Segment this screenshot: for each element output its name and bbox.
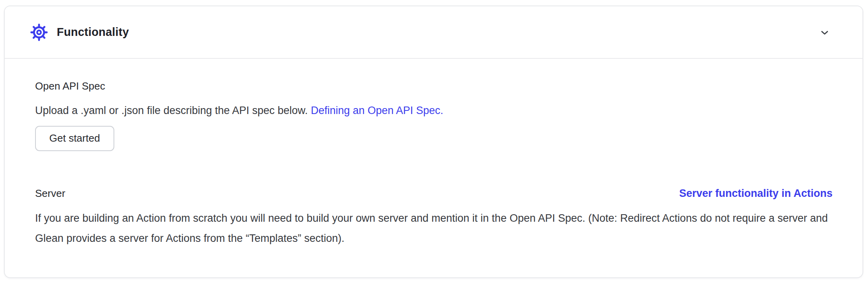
open-api-spec-heading: Open API Spec <box>35 79 833 93</box>
server-section-header: Server Server functionality in Actions <box>35 187 833 200</box>
get-started-button[interactable]: Get started <box>35 126 114 151</box>
server-description: If you are building an Action from scrat… <box>35 208 833 249</box>
functionality-panel-body: Open API Spec Upload a .yaml or .json fi… <box>5 59 862 249</box>
open-api-spec-description-text: Upload a .yaml or .json file describing … <box>35 105 311 116</box>
functionality-panel: Functionality Open API Spec Upload a .ya… <box>4 6 863 278</box>
defining-open-api-spec-link[interactable]: Defining an Open API Spec. <box>311 105 443 116</box>
chevron-down-icon[interactable] <box>818 25 832 39</box>
functionality-panel-header[interactable]: Functionality <box>5 6 862 59</box>
gear-icon <box>30 23 48 41</box>
server-heading: Server <box>35 187 65 200</box>
panel-title: Functionality <box>57 26 129 39</box>
server-functionality-link[interactable]: Server functionality in Actions <box>679 187 833 200</box>
open-api-spec-description: Upload a .yaml or .json file describing … <box>35 103 833 118</box>
